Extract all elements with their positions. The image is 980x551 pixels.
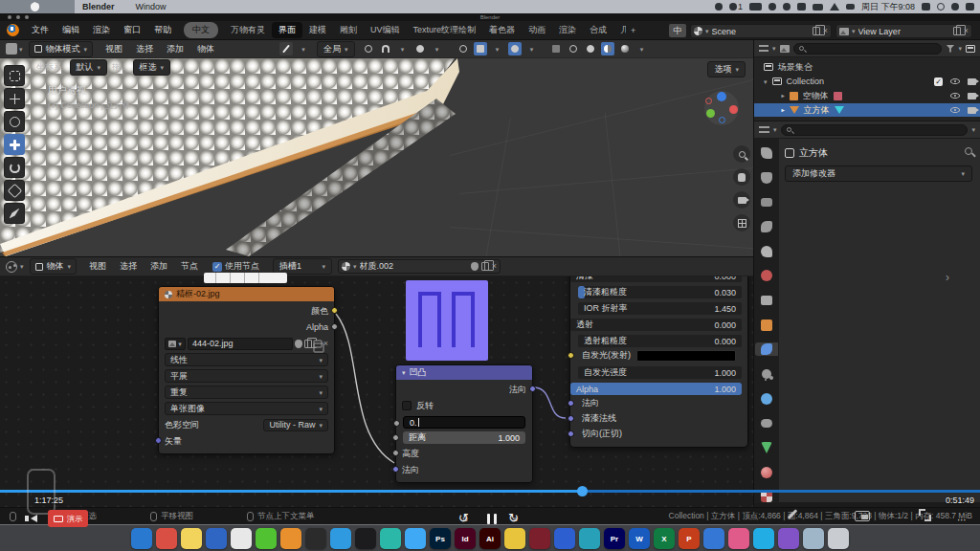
workspace-tab[interactable]: Texture纹理绘制 bbox=[407, 22, 483, 38]
alpha-output-socket[interactable] bbox=[331, 323, 338, 330]
dock-app-icon[interactable] bbox=[206, 528, 227, 549]
workspace-tab[interactable]: 合成 bbox=[583, 22, 613, 38]
battery-icon[interactable] bbox=[749, 3, 762, 11]
new-scene-icon[interactable] bbox=[813, 27, 820, 35]
overlays-dropdown[interactable]: ▾ bbox=[525, 42, 539, 55]
macos-window-menu[interactable]: Window bbox=[136, 2, 167, 11]
shader-menu-item[interactable]: 节点 bbox=[174, 260, 205, 273]
unlink-image-icon[interactable]: × bbox=[323, 340, 328, 348]
viewport-tool-button[interactable] bbox=[4, 111, 25, 132]
workspace-tab[interactable]: 渲染 bbox=[552, 22, 583, 38]
topbar-menu-item[interactable]: 帮助 bbox=[147, 24, 178, 36]
outliner-search-input[interactable] bbox=[793, 43, 943, 55]
viewport-3d[interactable]: ▾ 物体模式 ▾ 视图选择添加物体 ▾ 全局 ▾ ▾ ▾ bbox=[0, 40, 754, 256]
dock-app-icon[interactable] bbox=[355, 528, 376, 549]
transform-orientation-selector[interactable]: 全局 ▾ bbox=[317, 41, 355, 57]
chevron-down-icon[interactable]: ▾ bbox=[971, 126, 975, 133]
viewport-tool-button[interactable] bbox=[4, 88, 25, 109]
viewport-tool-button[interactable] bbox=[4, 180, 25, 201]
shading-solid-button[interactable] bbox=[584, 42, 597, 55]
properties-tab[interactable] bbox=[755, 466, 778, 479]
dock-app-icon[interactable] bbox=[156, 528, 177, 549]
new-view-layer-icon[interactable] bbox=[953, 27, 961, 35]
gizmo-z-axis[interactable] bbox=[717, 92, 726, 101]
properties-tab[interactable] bbox=[755, 392, 778, 406]
dock-app-icon[interactable] bbox=[305, 528, 326, 549]
view-layer-name[interactable]: View Layer bbox=[858, 27, 950, 36]
editor-type-icon[interactable] bbox=[759, 44, 768, 53]
ime-indicator[interactable]: 中 bbox=[669, 24, 686, 37]
chevron-down-icon[interactable]: ▾ bbox=[353, 263, 357, 270]
new-material-icon[interactable] bbox=[481, 262, 489, 271]
bsdf-input-slider[interactable]: Alpha 1.000 bbox=[570, 383, 742, 395]
pause-button[interactable] bbox=[485, 514, 499, 526]
navigation-gizmo[interactable] bbox=[704, 91, 739, 125]
bump-node[interactable]: ▾ 凹凸 法向 反转 0. 距离 1.000 高度 bbox=[395, 364, 533, 483]
properties-tab[interactable] bbox=[755, 195, 778, 209]
normal-input-socket[interactable] bbox=[392, 466, 399, 473]
bump-node-header[interactable]: ▾ 凹凸 bbox=[396, 365, 532, 380]
chevron-down-icon[interactable]: ▾ bbox=[773, 126, 777, 133]
shading-dropdown[interactable]: ▾ bbox=[635, 42, 649, 55]
dock-app-icon[interactable]: Ps bbox=[430, 528, 451, 549]
expand-icon[interactable]: ▾ bbox=[764, 78, 768, 85]
dock-app-icon[interactable]: Pr bbox=[604, 528, 625, 549]
shader-editor[interactable]: ▾ 物体 ▾ 视图选择添加节点 ✓ 使用节点 插槽1 ▾ ▾ 材质.002 × bbox=[0, 256, 754, 507]
ortho-toggle-button[interactable] bbox=[733, 214, 750, 231]
properties-tab[interactable] bbox=[755, 269, 778, 282]
hide-eye-icon[interactable] bbox=[950, 107, 960, 113]
dock-app-icon[interactable] bbox=[554, 528, 575, 549]
chevron-down-icon[interactable]: ▾ bbox=[20, 263, 24, 270]
scene-selector[interactable]: ▾ Scene × bbox=[690, 24, 832, 38]
hide-eye-icon[interactable] bbox=[950, 93, 960, 99]
control-center-icon[interactable] bbox=[951, 3, 959, 11]
properties-tab[interactable] bbox=[755, 220, 778, 233]
status-icon[interactable] bbox=[783, 3, 791, 11]
workspace-tab[interactable]: 动画 bbox=[522, 22, 552, 38]
dock-app-icon[interactable] bbox=[504, 528, 525, 549]
visibility-dropdown[interactable] bbox=[457, 42, 470, 55]
shading-rendered-button[interactable] bbox=[618, 42, 632, 55]
collapsed-icon[interactable]: ▾ bbox=[779, 94, 786, 98]
rewind-button[interactable]: ↺ 10 bbox=[458, 511, 469, 525]
overlays-toggle[interactable] bbox=[508, 42, 522, 55]
dock-app-icon[interactable] bbox=[380, 528, 401, 549]
copy-image-icon[interactable] bbox=[304, 340, 312, 348]
disable-render-icon[interactable] bbox=[968, 93, 976, 99]
falloff-dropdown[interactable]: ▾ bbox=[431, 42, 444, 55]
topbar-menu-item[interactable]: 文件 bbox=[25, 24, 56, 36]
demo-badge[interactable]: 演示 bbox=[48, 510, 88, 527]
eject-icon[interactable] bbox=[846, 4, 855, 10]
distance-input-socket[interactable] bbox=[392, 434, 399, 441]
app-status-icon[interactable] bbox=[797, 3, 806, 11]
strength-value-input[interactable]: 0. bbox=[403, 416, 525, 429]
gizmo-y-axis[interactable] bbox=[706, 109, 715, 118]
dock-app-icon[interactable]: W bbox=[629, 528, 650, 549]
workspace-tab[interactable]: 万物有灵 bbox=[224, 22, 272, 38]
properties-search-input[interactable] bbox=[781, 124, 969, 136]
sidebar-chevron-icon[interactable]: › bbox=[946, 271, 949, 284]
properties-tab[interactable] bbox=[755, 416, 778, 430]
properties-tab[interactable] bbox=[755, 319, 778, 332]
dock-app-icon[interactable] bbox=[579, 528, 600, 549]
projection-dropdown[interactable]: 平展 ▾ bbox=[165, 369, 328, 383]
viewport-tool-button[interactable] bbox=[4, 65, 25, 86]
speaker-icon[interactable] bbox=[25, 516, 29, 521]
bsdf-input-slider[interactable]: IOR 折射率 1.450 bbox=[578, 302, 742, 315]
snap-magnet-button[interactable] bbox=[379, 42, 392, 55]
list-menu-icon[interactable] bbox=[966, 3, 974, 11]
scene-name[interactable]: Scene bbox=[712, 27, 810, 36]
menubar-clock[interactable]: 周日 下午9:08 bbox=[861, 1, 915, 13]
collection-row[interactable]: ▾ Collection ✓ bbox=[754, 75, 980, 88]
video-progress-watched[interactable] bbox=[0, 490, 584, 493]
disable-render-icon[interactable] bbox=[968, 78, 976, 85]
image-node-header[interactable]: 精框-02.jpg bbox=[159, 287, 334, 301]
dock-app-icon[interactable]: P bbox=[679, 528, 700, 549]
use-nodes-checkbox[interactable]: ✓ bbox=[212, 262, 222, 272]
blender-logo-icon[interactable] bbox=[7, 24, 19, 36]
collection-label[interactable]: Collection bbox=[787, 77, 825, 86]
view-layer-selector[interactable]: ▾ View Layer × bbox=[835, 24, 972, 38]
dock-app-icon[interactable] bbox=[131, 528, 152, 549]
gizmo-z-neg[interactable] bbox=[719, 117, 725, 123]
properties-tab[interactable] bbox=[755, 171, 778, 185]
